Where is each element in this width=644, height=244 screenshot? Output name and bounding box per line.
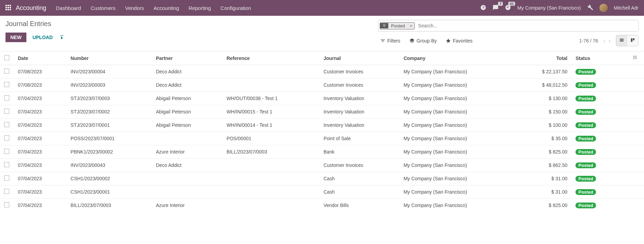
status-badge: Posted [575,189,596,195]
table-row[interactable]: 07/04/2023 CSH1/2023/00001 Cash My Compa… [0,185,644,199]
col-status[interactable]: Status [571,51,618,65]
cell-total: $ 825.00 [517,199,571,212]
new-button[interactable]: NEW [5,33,26,42]
chip-close-icon[interactable]: × [408,23,414,28]
table-row[interactable]: 07/04/2023 STJ/2023/07/0001 Abigail Pete… [0,119,644,132]
nav-dashboard[interactable]: Dashboard [56,5,81,11]
cell-number: INV/2023/00004 [66,65,152,78]
apps-icon[interactable] [5,5,12,11]
cell-total: $ 31.00 [517,185,571,199]
table-row[interactable]: 07/04/2023 POSS/2023/07/0001 POS/00001 P… [0,132,644,145]
view-list-button[interactable] [616,35,627,46]
cell-reference: WH/IN/00014 - Test 1 [222,119,319,132]
download-icon[interactable] [59,34,64,41]
row-checkbox[interactable] [4,109,9,114]
tasks-icon[interactable]: 41 [505,4,511,12]
cell-date: 07/04/2023 [14,105,66,119]
col-total[interactable]: Total [517,51,571,65]
row-checkbox[interactable] [4,162,9,167]
nav-accounting[interactable]: Accounting [154,5,179,11]
row-checkbox[interactable] [4,189,9,194]
cell-company: My Company (San Francisco) [399,78,517,92]
row-checkbox[interactable] [4,82,9,87]
row-checkbox[interactable] [4,202,9,207]
cell-company: My Company (San Francisco) [399,185,517,199]
upload-button[interactable]: UPLOAD [33,35,53,40]
view-kanban-button[interactable] [627,35,638,46]
cell-journal: Customer Invoices [319,65,399,78]
nav-vendors[interactable]: Vendors [125,5,144,11]
cell-journal: Customer Invoices [319,78,399,92]
table-row[interactable]: 07/04/2023 STJ/2023/07/0002 Abigail Pete… [0,105,644,119]
row-checkbox[interactable] [4,175,9,181]
row-checkbox[interactable] [4,135,9,141]
cell-partner: Azure Interior [152,199,222,212]
table-row[interactable]: 07/04/2023 STJ/2023/07/0003 Abigail Pete… [0,92,644,105]
nav-reporting[interactable]: Reporting [189,5,211,11]
groupby-button[interactable]: Group By [409,38,437,44]
cell-partner [152,185,222,199]
page-title: Journal Entries [5,20,64,28]
col-number[interactable]: Number [66,51,152,65]
user-name[interactable]: Mitchell Adr [614,5,639,11]
cell-company: My Company (San Francisco) [399,199,517,212]
table-row[interactable]: 07/04/2023 PBNK1/2023/00002 Azure Interi… [0,145,644,159]
cell-number: POSS/2023/07/0001 [66,132,152,145]
cell-status: Posted [571,145,618,159]
app-brand[interactable]: Accounting [16,4,46,12]
table-row[interactable]: 07/04/2023 CSH1/2023/00002 Cash My Compa… [0,172,644,185]
table-row[interactable]: 07/08/2023 INV/2023/00003 Deco Addict Cu… [0,78,644,92]
cell-company: My Company (San Francisco) [399,65,517,78]
table-row[interactable]: 07/04/2023 INV/2023/00043 Deco Addict Cu… [0,159,644,172]
col-date[interactable]: Date [14,51,66,65]
cell-partner: Abigail Peterson [152,105,222,119]
pager-prev[interactable]: ‹ [602,37,607,44]
cell-date: 07/04/2023 [14,199,66,212]
col-reference[interactable]: Reference [222,51,319,65]
cell-reference [222,172,319,185]
cell-total: $ 150.00 [517,105,571,119]
row-checkbox[interactable] [4,149,9,154]
filters-button[interactable]: Filters [380,38,400,44]
nav-configuration[interactable]: Configuration [220,5,251,11]
search-bar[interactable]: Posted × [378,20,639,32]
search-input[interactable] [415,20,638,31]
cell-partner: Abigail Peterson [152,92,222,105]
col-journal[interactable]: Journal [319,51,399,65]
adjust-columns-icon[interactable] [618,51,644,65]
journal-table: Date Number Partner Reference Journal Co… [0,51,644,212]
cell-date: 07/04/2023 [14,92,66,105]
table-row[interactable]: 07/08/2023 INV/2023/00004 Deco Addict Cu… [0,65,644,78]
messages-icon[interactable]: 7 [493,4,499,12]
col-partner[interactable]: Partner [152,51,222,65]
status-badge: Posted [575,82,596,88]
cell-company: My Company (San Francisco) [399,172,517,185]
status-badge: Posted [575,162,596,168]
cell-reference: WH/IN/00015 - Test 1 [222,105,319,119]
select-all-checkbox[interactable] [4,55,9,60]
pager-next[interactable]: › [607,37,612,44]
table-row[interactable]: 07/04/2023 BILL/2023/07/0003 Azure Inter… [0,199,644,212]
cell-reference [222,185,319,199]
cell-partner: Azure Interior [152,145,222,159]
cell-status: Posted [571,105,618,119]
row-checkbox[interactable] [4,69,9,74]
favorites-button[interactable]: Favorites [446,38,473,44]
nav-customers[interactable]: Customers [90,5,116,11]
cell-company: My Company (San Francisco) [399,159,517,172]
cell-company: My Company (San Francisco) [399,145,517,159]
cell-date: 07/04/2023 [14,159,66,172]
support-icon[interactable] [480,4,486,12]
col-company[interactable]: Company [399,51,517,65]
cell-journal: Bank [319,145,399,159]
row-checkbox[interactable] [4,122,9,127]
cell-number: CSH1/2023/00001 [66,185,152,199]
company-selector[interactable]: My Company (San Francisco) [517,5,581,11]
status-badge: Posted [575,96,596,101]
row-checkbox[interactable] [4,95,9,100]
cell-date: 07/04/2023 [14,172,66,185]
cell-journal: Cash [319,172,399,185]
avatar[interactable] [599,4,608,12]
cell-partner [152,132,222,145]
tools-icon[interactable] [587,4,593,12]
